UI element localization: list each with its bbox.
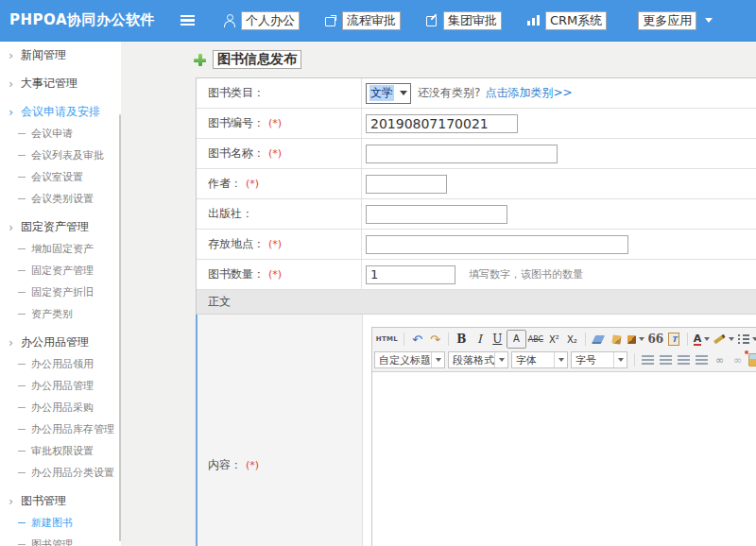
superscript-button[interactable]: X² xyxy=(545,331,563,348)
main-content: 图书信息发布 图书类目： 文学 还没有类别? 点击添加类别>> 图书编号：(*) xyxy=(121,42,756,546)
sidebar-item-meeting-application[interactable]: 会议申请及安排 xyxy=(0,101,121,123)
sidebar-item-supplies-inventory[interactable]: 办公用品库存管理 xyxy=(0,418,121,440)
font-border-button[interactable]: A xyxy=(507,330,526,349)
add-category-link[interactable]: 点击添加类别>> xyxy=(485,85,572,101)
font-size-dropdown[interactable]: 字号 xyxy=(571,351,627,368)
dash-icon xyxy=(18,177,26,178)
location-input[interactable] xyxy=(366,235,628,254)
publisher-input[interactable] xyxy=(366,205,507,224)
highlight-color-button[interactable] xyxy=(712,331,736,348)
required-mark: (*) xyxy=(246,459,259,471)
chevron-down-icon xyxy=(400,91,407,95)
chevron-down-icon xyxy=(639,337,644,341)
sidebar-item-asset-category[interactable]: 资产类别 xyxy=(0,303,121,325)
sidebar-item-book-management-sub[interactable]: 图书管理 xyxy=(0,534,121,546)
nav-group-approval[interactable]: 集团审批 xyxy=(426,11,502,30)
sidebar-item-meeting-category-settings[interactable]: 会议类别设置 xyxy=(0,188,121,210)
paragraph-format-dropdown[interactable]: 段落格式 xyxy=(448,351,508,368)
editor-toolbar-row-1: HTML ↶ ↷ B I U A ABC X² xyxy=(374,329,756,350)
nav-process-approval[interactable]: 流程审批 xyxy=(325,11,401,30)
chevron-down-icon xyxy=(752,337,756,341)
sidebar-item-approval-permission-settings[interactable]: 审批权限设置 xyxy=(0,440,121,462)
format-painter-button[interactable] xyxy=(626,331,646,348)
nav-crm-system[interactable]: CRM系统 xyxy=(527,11,607,30)
rich-text-editor: HTML ↶ ↷ B I U A ABC X² xyxy=(371,327,756,546)
dash-icon xyxy=(18,385,26,386)
sidebar-item-supplies-claim[interactable]: 办公用品领用 xyxy=(0,353,121,375)
sidebar-item-supplies-purchase[interactable]: 办公用品采购 xyxy=(0,397,121,418)
sidebar-item-meeting-room-settings[interactable]: 会议室设置 xyxy=(0,166,121,188)
sidebar-item-book-management[interactable]: 图书管理 xyxy=(0,490,121,512)
sidebar-item-supplies-category-settings[interactable]: 办公用品分类设置 xyxy=(0,462,121,484)
sidebar-item-office-supplies[interactable]: 办公用品管理 xyxy=(0,332,121,353)
chevron-down-icon xyxy=(704,337,710,341)
category-selected-value: 文学 xyxy=(369,85,394,101)
underline-button[interactable]: U xyxy=(489,331,507,348)
chevron-down-icon[interactable] xyxy=(494,352,507,367)
sidebar-item-events-management[interactable]: 大事记管理 xyxy=(0,73,121,94)
highlighter-icon xyxy=(713,334,726,345)
nav-more-apps[interactable]: 更多应用 xyxy=(632,11,713,30)
html-source-button[interactable]: HTML xyxy=(374,331,400,348)
chevron-down-icon[interactable] xyxy=(613,352,627,367)
blockquote-button[interactable]: 66 xyxy=(646,331,665,348)
dash-icon xyxy=(18,364,26,365)
dash-icon xyxy=(18,292,26,293)
broom-icon xyxy=(611,334,621,344)
book-name-input[interactable] xyxy=(366,145,558,163)
align-center-icon xyxy=(660,355,672,365)
align-right-button[interactable] xyxy=(675,351,693,368)
toolbar-separator xyxy=(687,333,688,346)
italic-button[interactable]: I xyxy=(471,331,489,348)
sidebar-item-news-management[interactable]: 新闻管理 xyxy=(0,44,121,66)
location-label: 存放地点： xyxy=(208,236,265,252)
chevron-right-icon xyxy=(9,336,19,349)
chevron-right-icon xyxy=(9,495,19,507)
sidebar-item-new-book[interactable]: 新建图书 xyxy=(0,512,121,534)
custom-title-dropdown[interactable]: 自定义标题 xyxy=(374,351,445,368)
undo-button[interactable]: ↶ xyxy=(408,331,426,348)
bold-button[interactable]: B xyxy=(453,331,471,348)
book-no-input[interactable] xyxy=(366,114,518,133)
align-center-button[interactable] xyxy=(657,351,675,368)
content-label: 内容： xyxy=(208,457,242,473)
form-row-book-no: 图书编号：(*) xyxy=(197,109,756,139)
form-row-quantity: 图书数量：(*) 填写数字，该图书的数量 xyxy=(197,260,756,290)
insert-image-button[interactable] xyxy=(747,351,756,368)
nav-personal-office[interactable]: 个人办公 xyxy=(224,11,300,30)
user-icon xyxy=(224,14,235,26)
category-select[interactable]: 文学 xyxy=(366,83,411,104)
chevron-down-icon[interactable] xyxy=(554,352,567,367)
remove-link-button[interactable]: ∞ xyxy=(729,351,747,368)
chevron-right-icon xyxy=(9,49,19,61)
ordered-list-button[interactable] xyxy=(736,331,756,348)
author-input[interactable] xyxy=(366,175,447,194)
quantity-input[interactable] xyxy=(366,265,455,284)
sidebar-item-meeting-apply[interactable]: 会议申请 xyxy=(0,123,121,145)
sidebar-item-add-fixed-asset[interactable]: 增加固定资产 xyxy=(0,238,121,260)
insert-link-button[interactable]: ∞ xyxy=(711,351,729,368)
font-family-dropdown[interactable]: 字体 xyxy=(511,351,568,368)
eraser-button[interactable] xyxy=(590,331,608,348)
font-color-button[interactable]: A xyxy=(692,331,712,348)
sidebar-item-supplies-management[interactable]: 办公用品管理 xyxy=(0,375,121,397)
justify-button[interactable] xyxy=(693,351,711,368)
editor-content-area[interactable] xyxy=(372,372,756,546)
sidebar-item-meeting-list-approval[interactable]: 会议列表及审批 xyxy=(0,145,121,166)
justify-icon xyxy=(696,355,708,365)
app-logo: PHPOA协同办公软件 xyxy=(9,11,168,29)
sidebar-item-fixed-assets[interactable]: 固定资产管理 xyxy=(0,216,121,238)
sidebar-item-fixed-asset-management[interactable]: 固定资产管理 xyxy=(0,260,121,282)
redo-button[interactable]: ↷ xyxy=(426,331,444,348)
sidebar-item-fixed-asset-depreciation[interactable]: 固定资产折旧 xyxy=(0,282,121,303)
paste-as-text-button[interactable]: T xyxy=(665,331,683,348)
image-icon xyxy=(748,353,756,367)
format-painter-icon xyxy=(627,335,636,344)
align-left-button[interactable] xyxy=(639,351,657,368)
subscript-button[interactable]: X₂ xyxy=(563,331,581,348)
menu-toggle-button[interactable] xyxy=(176,9,198,32)
strikethrough-button[interactable]: ABC xyxy=(526,331,545,348)
dash-icon xyxy=(18,472,26,473)
clear-format-button[interactable] xyxy=(608,331,626,348)
chevron-down-icon[interactable] xyxy=(431,352,444,367)
